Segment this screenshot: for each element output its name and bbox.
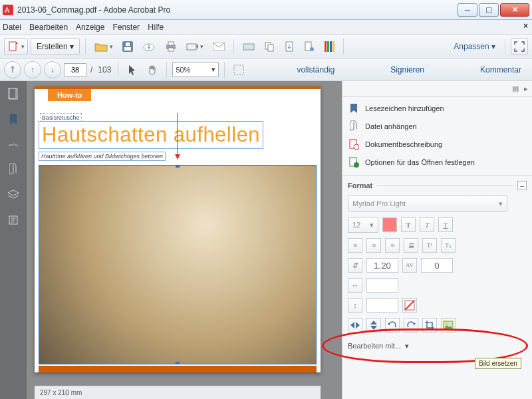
color-bars-icon[interactable] <box>321 38 338 55</box>
no-fill-icon[interactable] <box>402 298 417 313</box>
selected-image[interactable] <box>39 165 317 364</box>
erstellen-button[interactable]: Erstellen ▾ <box>31 38 80 55</box>
align-center-button[interactable]: ≡ <box>366 238 381 253</box>
rotate-ccw-button[interactable] <box>385 318 400 332</box>
pdf-page: How-to Basisretusche Hautschatten aufhel… <box>35 86 321 372</box>
font-family-select[interactable]: Myriad Pro Light▾ <box>348 196 507 211</box>
combine-icon[interactable] <box>261 38 278 55</box>
save-icon[interactable] <box>119 38 136 55</box>
toolbar-main: Erstellen ▾ Anpassen ▾ <box>0 35 532 59</box>
text-color-swatch[interactable] <box>382 217 397 232</box>
resize-handle-bottom[interactable] <box>176 362 180 364</box>
attachments-panel-icon[interactable] <box>6 162 21 177</box>
svg-rect-9 <box>168 48 174 51</box>
svg-rect-22 <box>234 65 243 74</box>
align-right-button[interactable]: ≡ <box>385 238 400 253</box>
mail-icon[interactable] <box>209 38 228 55</box>
svg-rect-10 <box>187 44 196 50</box>
document-close-icon[interactable]: × <box>523 21 528 31</box>
svg-rect-4 <box>124 47 131 51</box>
italic-button[interactable]: T <box>420 217 434 232</box>
resize-handle-top[interactable] <box>176 165 180 168</box>
action-doc-description[interactable]: Dokumentbeschreibung <box>348 138 527 150</box>
bookmarks-panel-icon[interactable] <box>6 112 21 126</box>
replace-image-button[interactable] <box>441 318 456 332</box>
window-title: 2013-06_Commag.pdf - Adobe Acrobat Pro <box>17 5 458 15</box>
svg-rect-18 <box>325 41 327 52</box>
window-controls: ─ ▢ ✕ <box>458 3 529 17</box>
format-heading: Format <box>348 182 372 190</box>
layers-panel-icon[interactable] <box>6 188 21 202</box>
menu-fenster[interactable]: Fenster <box>112 23 140 32</box>
howto-badge: How-to <box>48 89 91 101</box>
superscript-button[interactable]: T¹ <box>422 238 437 253</box>
edit-with-dropdown[interactable]: Bearbeiten mit... ▾ <box>342 338 532 354</box>
underline-button[interactable]: T <box>438 217 453 232</box>
print-icon[interactable] <box>162 38 180 55</box>
export-icon[interactable] <box>281 38 298 55</box>
svg-rect-5 <box>126 43 130 46</box>
format-collapse-button[interactable]: – <box>517 181 527 190</box>
first-page-button[interactable]: ⤒ <box>4 61 21 78</box>
scan-icon[interactable] <box>239 38 258 55</box>
tags-panel-icon[interactable] <box>6 213 21 227</box>
font-size-select[interactable]: 12▾ <box>348 217 378 233</box>
menu-datei[interactable]: Datei <box>3 23 21 32</box>
subscript-button[interactable]: T₁ <box>441 238 456 253</box>
panel-options-icon[interactable]: ▸ <box>524 84 528 93</box>
anpassen-button[interactable]: Anpassen ▾ <box>450 42 499 51</box>
zoom-select[interactable]: 50%▾ <box>172 63 219 77</box>
cloud-icon[interactable] <box>139 38 159 55</box>
panel-menu-icon[interactable]: ▤ <box>512 84 519 93</box>
action-attach-file[interactable]: Datei anhängen <box>348 120 527 132</box>
select-tool-icon[interactable] <box>124 61 141 78</box>
window-titlebar: A 2013-06_Commag.pdf - Adobe Acrobat Pro… <box>0 0 532 20</box>
action-add-bookmark[interactable]: Lesezeichen hinzufügen <box>348 102 527 114</box>
menu-anzeige[interactable]: Anzeige <box>76 23 104 32</box>
marquee-zoom-icon[interactable] <box>230 61 247 78</box>
baseline-input[interactable] <box>366 298 398 313</box>
signatures-panel-icon[interactable] <box>6 137 21 152</box>
hand-tool-icon[interactable] <box>144 61 161 78</box>
svg-rect-14 <box>268 45 273 51</box>
link-signieren[interactable]: Signieren <box>384 65 431 74</box>
open-icon[interactable] <box>91 38 116 55</box>
menu-hilfe[interactable]: Hilfe <box>148 23 164 32</box>
scale-h-input[interactable] <box>366 278 398 293</box>
prev-page-button[interactable]: ↑ <box>24 61 41 78</box>
page-headline[interactable]: Hautschatten aufhellen <box>39 121 263 149</box>
align-justify-button[interactable]: ≣ <box>404 238 418 253</box>
kerning-input[interactable] <box>421 258 453 273</box>
rotate-cw-button[interactable] <box>404 318 418 332</box>
bold-button[interactable]: T <box>401 217 416 232</box>
page-number-input[interactable] <box>64 63 86 76</box>
link-kommentar[interactable]: Kommentar <box>473 65 528 74</box>
flip-vertical-button[interactable] <box>366 318 381 332</box>
paperclip-icon <box>348 120 360 132</box>
close-button[interactable]: ✕ <box>500 3 529 17</box>
link-vollstaendig[interactable]: vollständig <box>290 65 341 74</box>
status-bar: 297 x 210 mm <box>35 386 321 399</box>
fullscreen-icon[interactable] <box>511 38 528 55</box>
minimize-button[interactable]: ─ <box>458 3 477 17</box>
maximize-button[interactable]: ▢ <box>479 3 499 17</box>
scale-h-icon: ↔ <box>348 278 362 293</box>
line-spacing-icon: ⇵ <box>348 258 362 273</box>
create-pdf-button[interactable] <box>4 38 28 55</box>
menu-bearbeiten[interactable]: Bearbeiten <box>29 23 68 32</box>
crop-button[interactable] <box>422 318 437 332</box>
edit-icon[interactable] <box>301 38 318 55</box>
pages-panel-icon[interactable] <box>6 86 21 101</box>
page-dimensions: 297 x 210 mm <box>40 389 82 396</box>
svg-point-33 <box>446 323 448 325</box>
action-open-options[interactable]: Optionen für das Öffnen festlegen <box>348 156 527 168</box>
share-icon[interactable] <box>183 38 207 55</box>
align-left-button[interactable]: ≡ <box>348 238 362 253</box>
next-page-button[interactable]: ↓ <box>44 61 61 78</box>
document-viewport[interactable]: How-to Basisretusche Hautschatten aufhel… <box>27 81 342 399</box>
flip-horizontal-button[interactable] <box>348 318 362 332</box>
svg-point-27 <box>354 144 359 150</box>
left-nav-bar <box>0 81 27 399</box>
svg-point-29 <box>354 162 359 168</box>
line-height-input[interactable] <box>366 258 398 273</box>
